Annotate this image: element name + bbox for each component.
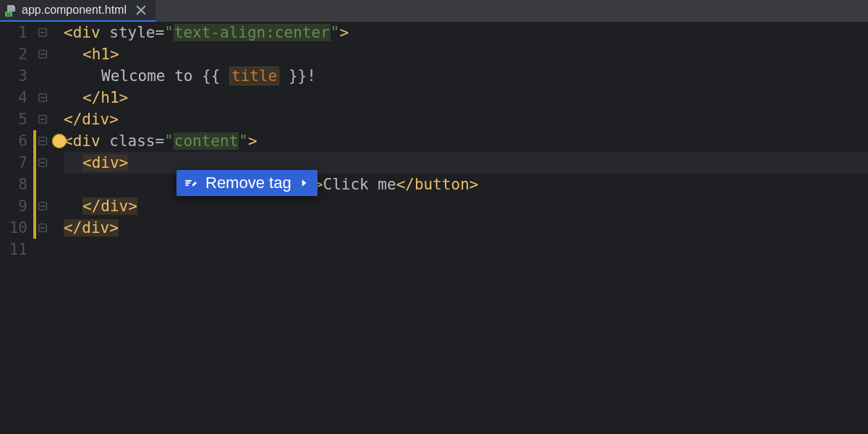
line-number: 9 [0, 197, 33, 215]
code-line[interactable]: <div style="text-align:center"> [64, 22, 868, 43]
line-number: 1 [0, 24, 33, 41]
file-tab[interactable]: H app.component.html [0, 0, 156, 22]
svg-text:H: H [7, 12, 10, 17]
intention-label: Remove tag [205, 174, 292, 192]
change-marker [33, 43, 36, 65]
code-line[interactable]: <div class="content"> [64, 130, 868, 152]
change-marker [33, 174, 36, 195]
change-marker [33, 87, 36, 109]
fold-icon[interactable] [38, 136, 48, 146]
line-number: 11 [0, 241, 33, 258]
code-line[interactable]: </h1> [64, 87, 868, 109]
intention-popup[interactable]: Remove tag [176, 170, 318, 196]
fold-icon[interactable] [38, 49, 48, 59]
code-editor[interactable]: 1234567891011 <div style="text-align:cen… [0, 22, 868, 434]
fold-icon[interactable] [38, 201, 48, 211]
code-line[interactable]: </div> [64, 109, 868, 130]
fold-icon[interactable] [38, 223, 48, 233]
chevron-right-icon [299, 178, 309, 188]
fold-icon[interactable] [38, 93, 48, 103]
code-line[interactable]: <h1> [64, 43, 868, 65]
html-file-icon: H [4, 4, 17, 17]
change-marker [33, 152, 36, 174]
fold-icon[interactable] [38, 158, 48, 168]
line-number: 4 [0, 89, 33, 106]
change-marker [33, 22, 36, 43]
change-marker [33, 217, 36, 239]
gutter: 1234567891011 [0, 22, 58, 434]
change-marker [33, 195, 36, 217]
line-number: 3 [0, 67, 33, 85]
line-number: 7 [0, 154, 33, 171]
change-marker [33, 109, 36, 130]
code-line[interactable]: Welcome to {{ title }}! [64, 65, 868, 87]
edit-icon [184, 176, 198, 190]
code-line[interactable] [64, 239, 868, 260]
line-number: 2 [0, 46, 33, 63]
change-marker [33, 130, 36, 152]
close-icon[interactable] [135, 4, 147, 16]
fold-icon[interactable] [38, 27, 48, 38]
change-marker [33, 65, 36, 87]
line-number: 6 [0, 132, 33, 150]
line-number: 8 [0, 176, 33, 193]
change-marker [33, 239, 36, 260]
fold-icon[interactable] [38, 114, 48, 124]
code-line[interactable]: </div> [64, 195, 868, 217]
line-number: 5 [0, 111, 33, 128]
code-area[interactable]: <div style="text-align:center"><h1>Welco… [58, 22, 868, 434]
tab-bar: H app.component.html [0, 0, 868, 22]
line-number: 10 [0, 219, 33, 237]
tab-filename: app.component.html [22, 4, 127, 17]
code-line[interactable]: </div> [64, 217, 868, 239]
